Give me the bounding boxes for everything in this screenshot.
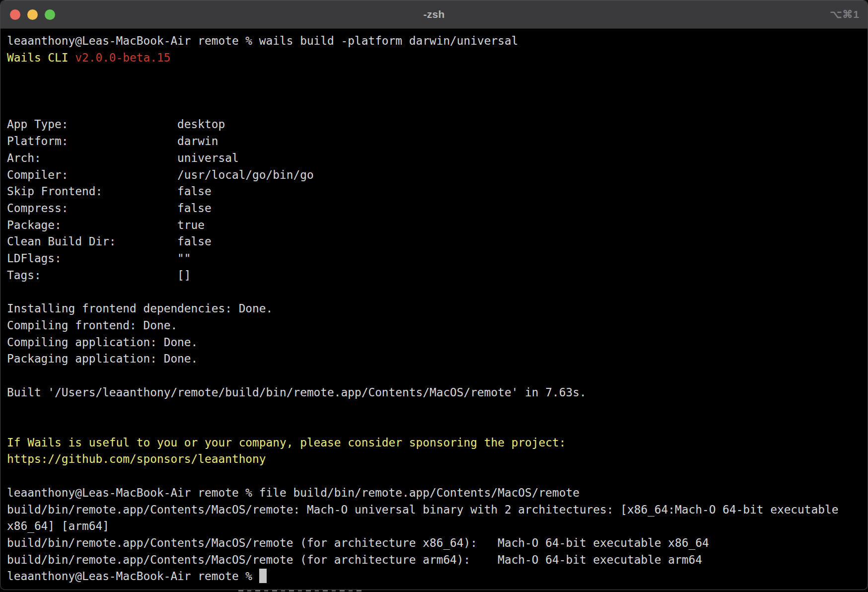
terminal-line: build/bin/remote.app/Contents/MacOS/remo… <box>7 552 863 569</box>
terminal-text-segment: Platform: darwin <box>7 135 218 148</box>
terminal-text-segment: leaanthony@Leas-MacBook-Air remote % wai… <box>7 34 518 47</box>
terminal-text-segment: build/bin/remote.app/Contents/MacOS/remo… <box>7 503 838 516</box>
terminal-text-segment: Packaging application: Done. <box>7 352 198 365</box>
terminal-text-segment: https://github.com/sponsors/leaanthony <box>7 452 266 465</box>
terminal-line: Wails CLI v2.0.0-beta.15 <box>7 50 863 67</box>
terminal-text-segment: LDFlags: "" <box>7 252 191 265</box>
terminal-line: Package: true <box>7 217 863 234</box>
terminal-text-segment: Built '/Users/leaanthony/remote/build/bi… <box>7 386 586 399</box>
terminal-line: leaanthony@Leas-MacBook-Air remote % <box>7 568 863 585</box>
terminal-output[interactable]: leaanthony@Leas-MacBook-Air remote % wai… <box>0 29 868 585</box>
terminal-line: build/bin/remote.app/Contents/MacOS/remo… <box>7 502 863 518</box>
terminal-line: If Wails is useful to you or your compan… <box>7 435 863 451</box>
close-window-button[interactable] <box>10 9 20 20</box>
terminal-line: Skip Frontend: false <box>7 183 863 200</box>
terminal-line: App Type: desktop <box>7 116 863 133</box>
terminal-line: Tags: [] <box>7 267 863 284</box>
terminal-line: leaanthony@Leas-MacBook-Air remote % fil… <box>7 485 863 502</box>
zoom-window-button[interactable] <box>45 9 55 20</box>
terminal-window: -zsh ⌥⌘1 leaanthony@Leas-MacBook-Air rem… <box>0 0 868 590</box>
terminal-line <box>7 468 863 485</box>
terminal-text-segment: leaanthony@Leas-MacBook-Air remote % fil… <box>7 486 579 499</box>
terminal-line <box>7 401 863 418</box>
terminal-line: Platform: darwin <box>7 133 863 150</box>
terminal-text-segment: Skip Frontend: false <box>7 185 212 198</box>
terminal-text-segment: App Type: desktop <box>7 118 225 131</box>
terminal-line <box>7 83 863 100</box>
terminal-line: Built '/Users/leaanthony/remote/build/bi… <box>7 384 863 401</box>
terminal-text-segment: build/bin/remote.app/Contents/MacOS/remo… <box>7 553 702 566</box>
terminal-line: Compiling frontend: Done. <box>7 317 863 334</box>
terminal-line: Compress: false <box>7 200 863 217</box>
terminal-text-segment: x86_64] [arm64] <box>7 519 109 532</box>
terminal-text-segment: If Wails is useful to you or your compan… <box>7 436 566 449</box>
terminal-text-segment: Package: true <box>7 219 205 231</box>
terminal-cursor <box>259 569 267 583</box>
terminal-line <box>7 66 863 83</box>
terminal-text-segment: Compiler: /usr/local/go/bin/go <box>7 168 314 181</box>
terminal-text-segment: Tags: [] <box>7 269 191 282</box>
window-title: -zsh <box>0 8 868 20</box>
terminal-text-segment: Compiling frontend: Done. <box>7 319 177 332</box>
terminal-line <box>7 418 863 435</box>
terminal-text-segment: Compiling application: Done. <box>7 336 198 349</box>
terminal-line <box>7 100 863 117</box>
terminal-line: Packaging application: Done. <box>7 351 863 368</box>
minimize-window-button[interactable] <box>27 9 38 20</box>
terminal-line: LDFlags: "" <box>7 250 863 267</box>
terminal-line: leaanthony@Leas-MacBook-Air remote % wai… <box>7 33 863 50</box>
terminal-line: Clean Build Dir: false <box>7 233 863 250</box>
terminal-line: Compiler: /usr/local/go/bin/go <box>7 167 863 184</box>
window-shortcut-badge: ⌥⌘1 <box>830 0 860 28</box>
window-titlebar[interactable]: -zsh ⌥⌘1 <box>0 0 868 29</box>
terminal-text-segment: leaanthony@Leas-MacBook-Air remote % <box>7 570 259 583</box>
terminal-text-segment: Wails CLI <box>7 51 75 64</box>
terminal-text-segment: v2.0.0-beta.15 <box>75 51 170 64</box>
terminal-line <box>7 368 863 384</box>
traffic-lights <box>10 0 55 28</box>
terminal-line: https://github.com/sponsors/leaanthony <box>7 451 863 468</box>
terminal-line: build/bin/remote.app/Contents/MacOS/remo… <box>7 535 863 552</box>
terminal-line: Installing frontend dependencies: Done. <box>7 300 863 317</box>
terminal-text-segment: Installing frontend dependencies: Done. <box>7 302 273 315</box>
terminal-line: Arch: universal <box>7 150 863 167</box>
terminal-line: Compiling application: Done. <box>7 334 863 351</box>
terminal-text-segment: build/bin/remote.app/Contents/MacOS/remo… <box>7 536 709 549</box>
terminal-text-segment: Clean Build Dir: false <box>7 235 212 248</box>
terminal-text-segment: Compress: false <box>7 202 212 215</box>
terminal-line: x86_64] [arm64] <box>7 518 863 535</box>
terminal-text-segment: Arch: universal <box>7 151 239 164</box>
terminal-line <box>7 284 863 301</box>
